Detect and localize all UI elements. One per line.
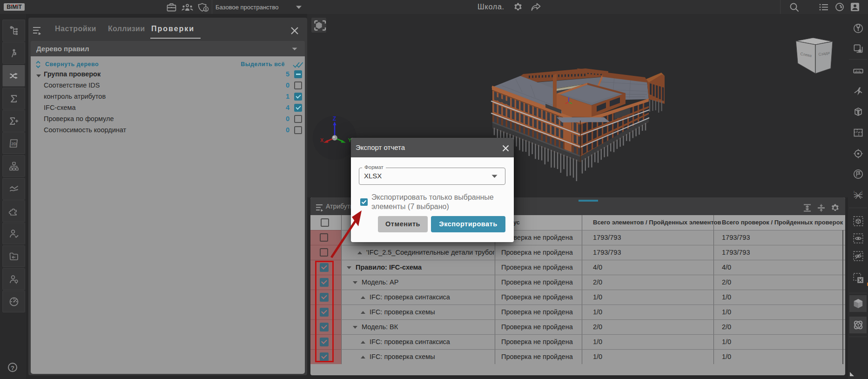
svg-text:X: X — [320, 137, 323, 143]
svg-text:2D: 2D — [11, 141, 16, 146]
svg-text:1: 1 — [853, 190, 855, 193]
svg-text:Z: Z — [333, 115, 336, 122]
svg-text:2: 2 — [861, 190, 862, 193]
